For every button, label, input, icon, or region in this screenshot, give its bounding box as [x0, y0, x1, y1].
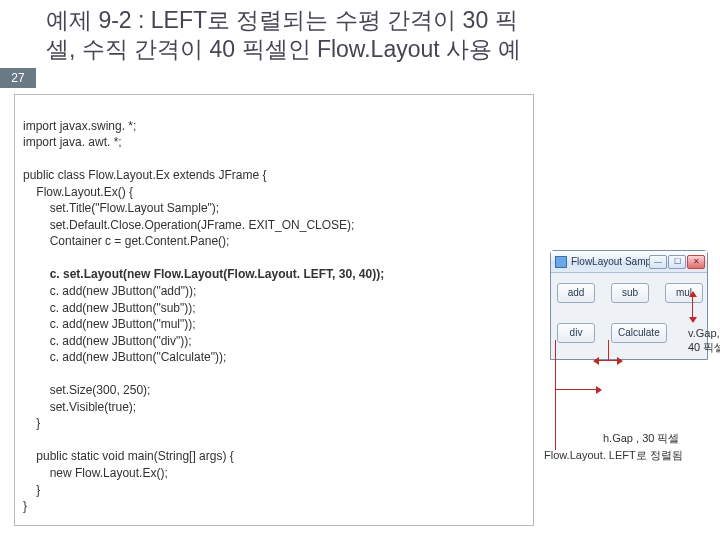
close-button[interactable]: ✕: [687, 255, 705, 269]
window-client-area: add sub mul div Calculate: [551, 273, 707, 359]
vgap-arrow-icon: [692, 296, 693, 318]
window-controls: — ☐ ✕: [649, 255, 705, 269]
code-line: public class Flow.Layout.Ex extends JFra…: [23, 168, 266, 182]
window-title: FlowLayout Sample: [571, 256, 649, 267]
window-titlebar: FlowLayout Sample — ☐ ✕: [551, 251, 707, 273]
code-line: c. add(new JButton("Calculate"));: [23, 350, 226, 364]
minimize-button[interactable]: —: [649, 255, 667, 269]
sub-button[interactable]: sub: [611, 283, 649, 303]
hgap-connector-icon: [608, 340, 609, 360]
code-listing: import javax.swing. *; import java. awt.…: [14, 94, 534, 526]
button-row-1: add sub mul: [557, 283, 701, 303]
title-line-2: 셀, 수직 간격이 40 픽셀인 Flow.Layout 사용 예: [46, 36, 521, 62]
code-line: }: [23, 483, 40, 497]
align-connector-icon: [555, 340, 556, 450]
title-line-1: 예제 9-2 : LEFT로 정렬되는 수평 간격이 30 픽: [46, 7, 518, 33]
div-button[interactable]: div: [557, 323, 595, 343]
align-label: Flow.Layout. LEFT로 정렬됨: [544, 448, 683, 463]
code-line: c. add(new JButton("mul"));: [23, 317, 196, 331]
calculate-button[interactable]: Calculate: [611, 323, 667, 343]
mul-button[interactable]: mul: [665, 283, 703, 303]
code-line: }: [23, 499, 27, 513]
hgap-label: h.Gap , 30 픽셀: [603, 431, 679, 446]
code-line: set.Default.Close.Operation(JFrame. EXIT…: [23, 218, 354, 232]
add-button[interactable]: add: [557, 283, 595, 303]
vgap-label: v.Gap, 40 픽셀: [688, 326, 720, 355]
window-app-icon: [555, 256, 567, 268]
code-line: set.Visible(true);: [23, 400, 136, 414]
code-line: import javax.swing. *;: [23, 119, 136, 133]
vgap-label-line-2: 40 픽셀: [688, 341, 720, 353]
code-line: c. add(new JButton("div"));: [23, 334, 192, 348]
slide-title: 예제 9-2 : LEFT로 정렬되는 수평 간격이 30 픽 셀, 수직 간격…: [46, 6, 712, 65]
hgap-arrow-icon: [598, 360, 618, 361]
code-line: Flow.Layout.Ex() {: [23, 185, 133, 199]
code-line: Container c = get.Content.Pane();: [23, 234, 229, 248]
code-line: c. add(new JButton("add"));: [23, 284, 196, 298]
code-line: set.Size(300, 250);: [23, 383, 150, 397]
code-line: set.Title("Flow.Layout Sample");: [23, 201, 219, 215]
maximize-button[interactable]: ☐: [668, 255, 686, 269]
align-arrow-icon: [555, 389, 597, 390]
page-number-badge: 27: [0, 68, 36, 88]
code-line: new Flow.Layout.Ex();: [23, 466, 168, 480]
output-window: FlowLayout Sample — ☐ ✕ add sub mul div …: [550, 250, 708, 360]
code-line: public static void main(String[] args) {: [23, 449, 234, 463]
code-line-bold: c. set.Layout(new Flow.Layout(Flow.Layou…: [23, 267, 384, 281]
code-line: c. add(new JButton("sub"));: [23, 301, 196, 315]
button-row-2: div Calculate: [557, 323, 701, 343]
code-line: import java. awt. *;: [23, 135, 122, 149]
code-line: }: [23, 416, 40, 430]
vgap-label-line-1: v.Gap,: [688, 327, 720, 339]
